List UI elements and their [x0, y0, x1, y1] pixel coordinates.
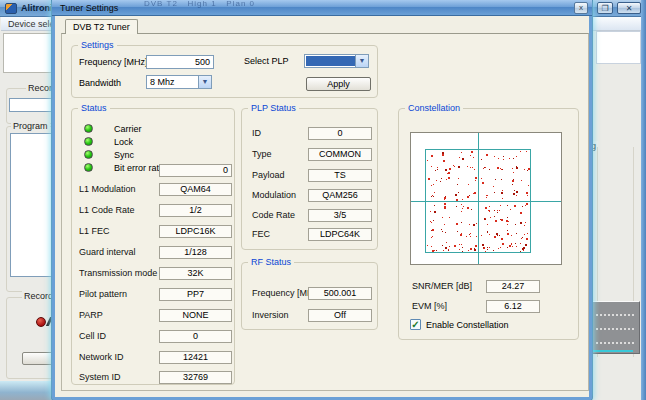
dialog-titlebar[interactable]: Tuner Settings DVB T2 High 1 Plan 0 x	[52, 0, 592, 16]
constellation-dot	[485, 218, 486, 219]
constellation-dot	[444, 199, 445, 200]
constellation-dot	[467, 207, 469, 209]
constellation-dot	[510, 209, 511, 210]
tuner-settings-dialog: Tuner Settings DVB T2 High 1 Plan 0 x DV…	[52, 0, 592, 400]
settings-group: Settings Frequency [MHz] 500 Bandwidth 8…	[71, 45, 378, 98]
close-button-dialog[interactable]: x	[574, 2, 588, 14]
constellation-dot	[485, 167, 486, 168]
rf-row: Frequency [MHz] 500.001	[242, 287, 377, 301]
constellation-dot	[527, 233, 528, 234]
constellation-dot	[520, 251, 521, 252]
close-button-background[interactable]: ✕	[617, 2, 641, 14]
frequency-input[interactable]: 500	[146, 55, 214, 69]
constellation-dot	[521, 180, 522, 181]
constellation-dot	[512, 180, 514, 182]
field-label: Transmission mode	[79, 268, 157, 278]
evm-value: 6.12	[486, 300, 540, 313]
constellation-dot	[526, 203, 528, 205]
constellation-dot	[481, 178, 482, 179]
constellation-dot	[528, 168, 530, 170]
record-field[interactable]	[9, 98, 53, 112]
rf-row: Inversion Off	[242, 309, 377, 323]
constellation-dot	[446, 179, 447, 180]
record-panel-button[interactable]	[22, 352, 54, 365]
constellation-dot	[487, 195, 488, 196]
constellation-dot	[513, 158, 514, 159]
field-value: 32K	[159, 267, 232, 280]
constellation-group-label: Constellation	[405, 103, 463, 113]
chevron-down-icon[interactable]: ▼	[198, 76, 211, 88]
tab-dvb-t2-tuner[interactable]: DVB T2 Tuner	[65, 19, 138, 34]
constellation-dot	[431, 155, 433, 157]
constellation-dot	[507, 230, 508, 231]
constellation-dot	[516, 191, 518, 193]
constellation-dot	[430, 221, 431, 222]
led-matrix-row	[596, 342, 634, 344]
constellation-dot	[498, 158, 499, 159]
field-label: ID	[252, 128, 261, 138]
constellation-dot	[436, 180, 437, 181]
constellation-dot	[515, 243, 516, 244]
select-plp-label: Select PLP	[244, 56, 289, 66]
bandwidth-combo[interactable]: 8 Mhz ▼	[146, 75, 212, 89]
constellation-dot	[461, 222, 462, 223]
constellation-dot	[461, 211, 462, 212]
background-bottom-border	[0, 381, 54, 400]
constellation-dot	[459, 157, 460, 158]
constellation-dot	[498, 248, 499, 249]
apply-button[interactable]: Apply	[306, 77, 371, 91]
constellation-dot	[443, 250, 444, 251]
field-label: Cell ID	[79, 331, 106, 341]
constellation-dot	[483, 247, 484, 248]
constellation-dot	[454, 166, 455, 167]
constellation-dot	[446, 242, 447, 243]
constellation-dot	[445, 232, 446, 233]
constellation-dot	[474, 249, 476, 251]
constellation-dot	[431, 237, 432, 238]
constellation-dot	[469, 224, 470, 225]
constellation-dot	[502, 243, 504, 245]
constellation-dot	[486, 197, 487, 198]
constellation-dot	[507, 224, 508, 225]
constellation-dot	[494, 216, 495, 217]
plp-row: Modulation QAM256	[242, 189, 377, 203]
program-listbox[interactable]	[10, 133, 53, 277]
constellation-dot	[494, 236, 496, 238]
constellation-dot	[476, 223, 477, 224]
field-value: 500.001	[308, 287, 372, 300]
constellation-dot	[433, 220, 434, 221]
constellation-dot	[507, 217, 508, 218]
constellation-dot	[526, 238, 528, 240]
chevron-down-icon[interactable]: ▼	[355, 55, 368, 67]
constellation-dot	[459, 244, 460, 245]
constellation-dot	[486, 154, 488, 156]
constellation-dot	[468, 184, 469, 185]
select-plp-combo[interactable]: ▼	[304, 54, 369, 68]
record-dot-icon[interactable]	[36, 317, 46, 327]
field-label: FEC	[252, 229, 270, 239]
constellation-dot	[520, 222, 522, 224]
field-label: PARP	[79, 310, 103, 320]
constellation-dot	[526, 192, 528, 194]
constellation-dot	[462, 251, 463, 252]
constellation-dot	[520, 243, 521, 244]
constellation-dot	[522, 248, 524, 250]
constellation-dot	[512, 168, 513, 169]
right-white-panel	[596, 31, 641, 64]
plp-row: Code Rate 3/5	[242, 209, 377, 223]
status-row: Network ID 12421	[72, 351, 234, 365]
constellation-dot	[500, 168, 501, 169]
plp-row: Payload TS	[242, 169, 377, 183]
constellation-dot	[482, 244, 484, 246]
constellation-dot	[432, 229, 434, 231]
maximize-button[interactable]: ❐	[597, 2, 613, 14]
enable-constellation-checkbox[interactable]: ✓	[410, 319, 421, 330]
led-green-icon	[84, 137, 93, 146]
constellation-dot	[461, 233, 462, 234]
constellation-dot	[501, 192, 503, 194]
dialog-title-suffix: DVB T2 High 1 Plan 0	[144, 0, 255, 8]
field-label: System ID	[79, 372, 121, 382]
constellation-dot	[497, 235, 498, 236]
led-matrix-row	[596, 328, 634, 330]
led-green-icon	[84, 150, 93, 159]
